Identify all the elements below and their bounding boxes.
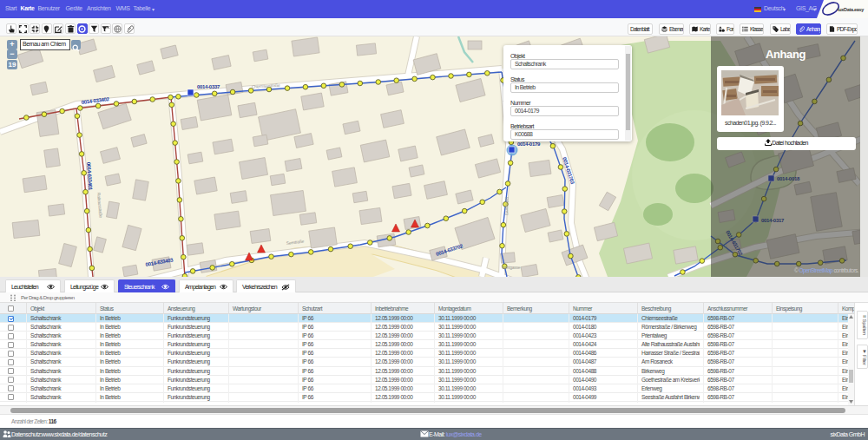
svg-text:Birkenweg: Birkenweg [504, 197, 510, 215]
svg-text:0014-0337: 0014-0337 [197, 84, 220, 89]
svg-text:0014-0179: 0014-0179 [517, 141, 541, 147]
svg-text:Wertgasse: Wertgasse [502, 265, 521, 270]
svg-text:luxData.easy: luxData.easy [838, 7, 865, 12]
